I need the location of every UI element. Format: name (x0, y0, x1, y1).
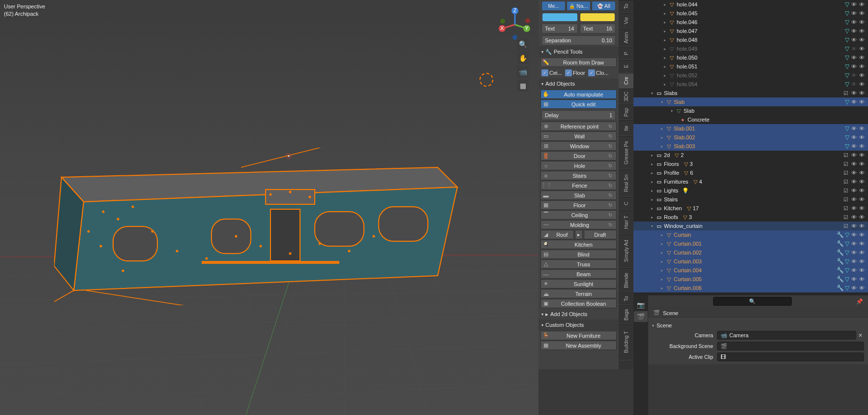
outliner-item-slab-nested[interactable]: ▾▽Slab (633, 106, 868, 115)
pan-icon[interactable]: ✋ (517, 52, 529, 64)
draft-button[interactable]: Draft (584, 230, 617, 239)
add-2d-objects-header[interactable]: ▸ Add 2d Objects (539, 309, 619, 319)
add-ceiling-button[interactable]: ▔Ceiling↻ (540, 210, 617, 220)
outliner[interactable]: ▸▽hole.044 ▽👁👁▸▽hole.045 ▽👁👁▸▽hole.046 ▽… (633, 0, 868, 295)
room-from-draw-button[interactable]: ✏️Room from Draw (540, 58, 617, 67)
outliner-item-slab[interactable]: ▾▽Slab ▽👁👁 (633, 97, 868, 106)
outliner-item-concrete[interactable]: ●Concrete (633, 115, 868, 124)
na-button[interactable]: 🔒 Na... (567, 1, 591, 11)
outliner-item-curtain.005[interactable]: ▸▽Curtain.005 🔧▽👁👁 (633, 275, 868, 284)
new-assembly-button[interactable]: ▦New Assembly (540, 341, 617, 350)
viewport-3d[interactable]: User Perspective (62) Archipack (0, 0, 539, 415)
auto-manipulate-button[interactable]: ✋Auto manipulate (540, 90, 617, 99)
add-kitchen-button[interactable]: 🍳Kitchen (540, 240, 617, 249)
roof-dropdown-icon[interactable]: ▸ (575, 230, 583, 239)
outliner-collection-2d[interactable]: ▸▭2d▽2 ☑👁👁 (633, 151, 868, 160)
np-tab-anim[interactable]: Anim (619, 29, 633, 47)
persp-icon[interactable]: ▦ (517, 80, 529, 92)
new-furniture-button[interactable]: 🪑New Furniture (540, 331, 617, 340)
properties-search[interactable]: 🔍 (713, 297, 792, 306)
add-window-button[interactable]: ⊞Window↻ (540, 141, 617, 151)
add-slab-button[interactable]: ▬Slab↻ (540, 191, 617, 200)
np-tab-real sn[interactable]: Real Sn (619, 169, 633, 197)
custom-objects-header[interactable]: Custom Objects (539, 319, 619, 330)
outliner-item-slab.001[interactable]: ▸▽Slab.001 ▽👁👁 (633, 124, 868, 133)
add-beam-button[interactable]: —Beam (540, 269, 617, 279)
outliner-collection-floors[interactable]: ▸▭Floors▽3 ☑👁👁 (633, 160, 868, 168)
np-tab-to[interactable]: To (619, 292, 633, 305)
background-scene-value[interactable]: 🎬 (717, 342, 864, 351)
outliner-collection-lights[interactable]: ▸▭Lights💡 ☑👁👁 (633, 186, 868, 195)
add-collection-boolean-button[interactable]: ▣Collection Boolean (540, 299, 617, 308)
ceiling-checkbox[interactable]: ✓Cei... (541, 69, 562, 76)
np-tab-p[interactable]: P (619, 47, 633, 60)
separation-value[interactable]: Separation0.10 (541, 35, 616, 45)
outliner-item-slab.003[interactable]: ▸▽Slab.003 ▽👁👁 (633, 142, 868, 151)
outliner-item-hole.047[interactable]: ▸▽hole.047 ▽👁👁 (633, 27, 868, 35)
np-tab-ite[interactable]: Ite (619, 120, 633, 136)
camera-value[interactable]: 📹Camera (717, 331, 856, 340)
camera-icon[interactable]: 📹 (517, 66, 529, 78)
camera-clear-icon[interactable]: ✕ (856, 332, 864, 339)
np-tab-hair t[interactable]: Hair T (619, 210, 633, 234)
np-tab-e[interactable]: E (619, 60, 633, 73)
add-terrain-button[interactable]: ⛰Terrain (540, 289, 617, 298)
np-tab-grease pe[interactable]: Grease Pe (619, 136, 633, 169)
closed-checkbox[interactable]: ✓Clo... (588, 69, 609, 76)
add-door-button[interactable]: 🚪Door↻ (540, 151, 617, 160)
scene-section-header[interactable]: Scene (648, 321, 868, 330)
pencil-tools-header[interactable]: 🔧 Pencil Tools (539, 46, 619, 57)
np-tab-3dc[interactable]: 3DC (619, 89, 633, 104)
floor-checkbox[interactable]: ✓Floor (565, 69, 585, 76)
outliner-item-curtain.001[interactable]: ▸▽Curtain.001 🔧▽👁👁 (633, 239, 868, 248)
outliner-item-curtain[interactable]: ▸▽Curtain 🔧▽👁👁 (633, 230, 868, 239)
outliner-item-hole.054[interactable]: ▸▽hole.054 ▽👁👁 (633, 80, 868, 89)
outliner-item-curtain.004[interactable]: ▸▽Curtain.004 🔧▽👁👁 (633, 266, 868, 275)
outliner-item-curtain.002[interactable]: ▸▽Curtain.002 🔧▽👁👁 (633, 248, 868, 257)
outliner-collection-furnitures[interactable]: ▸▭Furnitures▽4 ☑👁👁 (633, 177, 868, 186)
delay-value[interactable]: Delay1 (541, 110, 616, 120)
np-tab-pap[interactable]: Pap (619, 104, 633, 120)
add-truss-button[interactable]: △Truss (540, 259, 617, 269)
add-wall-button[interactable]: ▭Wall↻ (540, 131, 617, 141)
add-sunlight-button[interactable]: ☀Sunlight (540, 279, 617, 288)
active-clip-value[interactable]: 🎞 (717, 352, 864, 361)
me-button[interactable]: Me... (541, 1, 566, 11)
np-tab-simply ad[interactable]: Simply Ad (619, 234, 633, 268)
outliner-item-curtain.006[interactable]: ▸▽Curtain.006 🔧▽👁👁 (633, 284, 868, 292)
outliner-collection-window-curtain[interactable]: ▾▭Window_curtain ☑👁👁 (633, 222, 868, 230)
prop-tab-render[interactable]: 📷 (634, 299, 648, 310)
text-value-b[interactable]: Text16 (580, 24, 616, 33)
outliner-collection-slabs[interactable]: ▾▭Slabs ☑👁👁 (633, 89, 868, 97)
np-tab-vie[interactable]: Vie (619, 13, 633, 29)
outliner-item-hole.052[interactable]: ▸▽hole.052 ▽👁👁 (633, 71, 868, 80)
pin-icon[interactable]: 📌 (855, 298, 864, 305)
outliner-item-hole.051[interactable]: ▸▽hole.051 ▽👁👁 (633, 62, 868, 71)
add-stairs-button[interactable]: ≡Stairs↻ (540, 171, 617, 180)
outliner-collection-profile[interactable]: ▸▭Profile▽6 ☑👁👁 (633, 168, 868, 177)
outliner-item-hole.049[interactable]: ▸▽hole.049 ▽👁👁 (633, 44, 868, 53)
np-tab-blende[interactable]: Blende (619, 268, 633, 292)
add-floor-button[interactable]: ▦Floor↻ (540, 200, 617, 210)
add-blind-button[interactable]: ▤Blind (540, 250, 617, 259)
outliner-item-hole.044[interactable]: ▸▽hole.044 ▽👁👁 (633, 0, 868, 9)
nav-gizmo[interactable]: X Y Z (495, 5, 535, 44)
add-fence-button[interactable]: ⋮⋮Fence↻ (540, 181, 617, 190)
np-tab-to[interactable]: To (619, 0, 633, 13)
add-hole-button[interactable]: ○Hole↻ (540, 161, 617, 170)
add-molding-button[interactable]: 〰Molding↻ (540, 220, 617, 229)
zoom-icon[interactable]: 🔍 (517, 38, 529, 50)
prop-tab-scene[interactable]: 🎬 (634, 311, 648, 322)
np-tab-cre[interactable]: Cre (619, 73, 633, 89)
outliner-item-hole.050[interactable]: ▸▽hole.050 ▽👁👁 (633, 53, 868, 62)
text-value-a[interactable]: Text14 (541, 24, 578, 33)
outliner-item-hole.048[interactable]: ▸▽hole.048 ▽👁👁 (633, 35, 868, 44)
add-reference-point-button[interactable]: ⊕Reference point↻ (540, 122, 617, 131)
outliner-item-curtain.003[interactable]: ▸▽Curtain.003 🔧▽👁👁 (633, 257, 868, 266)
outliner-item-slab.002[interactable]: ▸▽Slab.002 ▽👁👁 (633, 133, 868, 142)
np-tab-building t[interactable]: Building T (619, 324, 633, 360)
color-swatch-a[interactable] (542, 13, 577, 21)
outliner-collection-kitchen[interactable]: ▸▭Kitchen▽17 ☑👁👁 (633, 204, 868, 213)
add-objects-header[interactable]: Add Objects (539, 78, 619, 89)
quick-edit-button[interactable]: ▦Quick edit (540, 99, 617, 109)
